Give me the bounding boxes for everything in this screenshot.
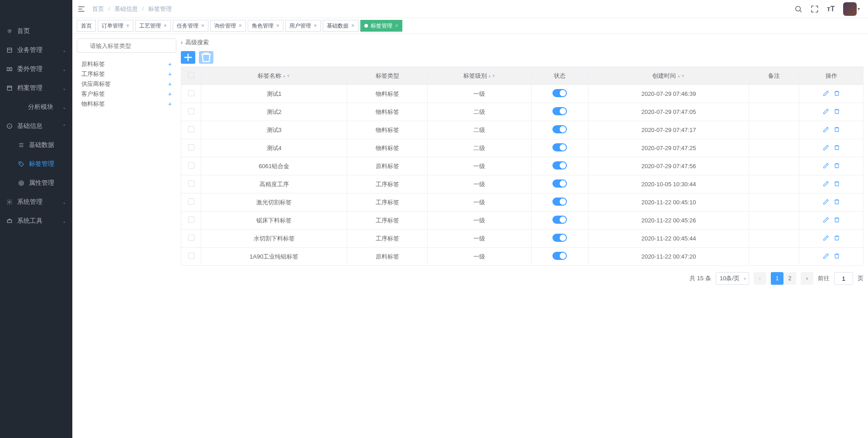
close-icon[interactable]: × (126, 23, 129, 29)
status-switch[interactable] (552, 198, 567, 206)
edit-icon[interactable] (823, 126, 829, 133)
tab-询价管理[interactable]: 询价管理× (210, 20, 246, 32)
goto-page-input[interactable] (834, 272, 853, 285)
delete-icon[interactable] (834, 162, 840, 170)
edit-icon[interactable] (823, 252, 829, 260)
tab-订单管理[interactable]: 订单管理× (98, 20, 133, 32)
delete-icon[interactable] (834, 144, 840, 151)
status-switch[interactable] (552, 125, 567, 133)
tab-角色管理[interactable]: 角色管理× (248, 20, 283, 32)
close-icon[interactable]: × (395, 23, 398, 29)
sidebar-item-属性管理[interactable]: 属性管理 (0, 174, 72, 193)
edit-icon[interactable] (823, 89, 829, 97)
user-avatar-dropdown[interactable]: ▾ (843, 2, 860, 16)
sidebar-item-委外管理[interactable]: 委外管理⌄ (0, 60, 72, 79)
delete-icon[interactable] (834, 126, 840, 133)
category-item[interactable]: 物料标签+ (81, 99, 172, 109)
row-checkbox[interactable] (188, 235, 194, 241)
col-created[interactable]: 创建时间▲▼ (588, 67, 749, 85)
sidebar-item-基础数据[interactable]: 基础数据 (0, 136, 72, 155)
status-switch[interactable] (552, 252, 567, 260)
close-icon[interactable]: × (201, 23, 204, 29)
sidebar-item-分析模块[interactable]: 分析模块⌄ (0, 98, 72, 117)
row-checkbox[interactable] (188, 253, 194, 259)
tab-工艺管理[interactable]: 工艺管理× (135, 20, 171, 32)
row-checkbox[interactable] (188, 90, 194, 96)
add-icon[interactable]: + (168, 100, 172, 108)
row-checkbox[interactable] (188, 126, 194, 132)
tab-任务管理[interactable]: 任务管理× (173, 20, 208, 32)
page-size-select[interactable]: 10条/页 (716, 272, 749, 285)
status-switch[interactable] (552, 143, 567, 151)
edit-icon[interactable] (823, 216, 829, 224)
select-all-checkbox[interactable] (188, 72, 194, 78)
category-item[interactable]: 客户标签+ (81, 89, 172, 99)
status-switch[interactable] (552, 161, 567, 170)
status-switch[interactable] (552, 234, 567, 242)
row-checkbox[interactable] (188, 217, 194, 223)
row-checkbox[interactable] (188, 162, 194, 169)
prev-page-button[interactable]: ‹ (754, 272, 766, 285)
edit-icon[interactable] (823, 108, 829, 115)
close-icon[interactable]: × (314, 23, 317, 29)
delete-icon[interactable] (834, 198, 840, 206)
status-switch[interactable] (552, 89, 567, 97)
sidebar-item-基础信息[interactable]: 基础信息⌃ (0, 117, 72, 136)
close-icon[interactable]: × (239, 23, 242, 29)
delete-icon[interactable] (834, 180, 840, 188)
tab-基础数据[interactable]: 基础数据× (323, 20, 359, 32)
row-checkbox[interactable] (188, 180, 194, 187)
next-page-button[interactable]: › (801, 272, 813, 285)
add-icon[interactable]: + (168, 71, 172, 78)
status-switch[interactable] (552, 179, 567, 188)
page-button[interactable]: 2 (783, 272, 796, 285)
delete-icon[interactable] (834, 108, 840, 115)
menu-toggle-icon[interactable] (77, 5, 86, 14)
sidebar-item-业务管理[interactable]: 业务管理⌄ (0, 41, 72, 60)
font-size-icon[interactable]: тT (827, 5, 835, 13)
page-button[interactable]: 1 (771, 272, 783, 285)
close-icon[interactable]: × (164, 23, 167, 29)
status-switch[interactable] (552, 216, 567, 224)
sidebar-item-首页[interactable]: 首页 (0, 22, 72, 41)
status-switch[interactable] (552, 107, 567, 115)
tab-用户管理[interactable]: 用户管理× (285, 20, 321, 32)
close-icon[interactable]: × (351, 23, 354, 29)
category-search-input[interactable] (77, 38, 176, 53)
sidebar-item-档案管理[interactable]: 档案管理⌄ (0, 79, 72, 98)
edit-icon[interactable] (823, 162, 829, 170)
delete-icon[interactable] (834, 252, 840, 260)
advanced-search-toggle[interactable]: › 高级搜索 (181, 38, 863, 47)
add-icon[interactable]: + (168, 90, 172, 98)
category-item[interactable]: 原料标签+ (81, 59, 172, 69)
category-item[interactable]: 工序标签+ (81, 69, 172, 79)
row-checkbox[interactable] (188, 198, 194, 205)
edit-icon[interactable] (823, 180, 829, 188)
breadcrumb-item[interactable]: 首页 (92, 5, 104, 12)
chevron-right-icon: › (181, 39, 183, 46)
col-name[interactable]: 标签名称▲▼ (201, 67, 347, 85)
add-icon[interactable]: + (168, 80, 172, 88)
close-icon[interactable]: × (276, 23, 279, 29)
edit-icon[interactable] (823, 234, 829, 242)
edit-icon[interactable] (823, 198, 829, 206)
row-checkbox[interactable] (188, 144, 194, 151)
col-level[interactable]: 标签级别▲▼ (428, 67, 531, 85)
edit-icon[interactable] (823, 144, 829, 151)
delete-icon[interactable] (834, 234, 840, 242)
sidebar-item-系统工具[interactable]: 系统工具⌄ (0, 212, 72, 231)
sidebar-item-标签管理[interactable]: 标签管理 (0, 155, 72, 174)
add-icon[interactable]: + (168, 61, 172, 68)
sidebar-item-系统管理[interactable]: 系统管理⌄ (0, 193, 72, 212)
row-checkbox[interactable] (188, 108, 194, 114)
delete-button[interactable] (199, 51, 213, 64)
breadcrumb-item[interactable]: 基础信息 (114, 5, 138, 12)
search-icon[interactable] (794, 5, 802, 13)
tab-标签管理[interactable]: 标签管理× (360, 20, 402, 32)
delete-icon[interactable] (834, 89, 840, 97)
category-item[interactable]: 供应商标签+ (81, 79, 172, 89)
tab-首页[interactable]: 首页 (77, 20, 96, 32)
delete-icon[interactable] (834, 216, 840, 224)
fullscreen-icon[interactable] (811, 5, 819, 13)
add-button[interactable] (181, 51, 195, 64)
